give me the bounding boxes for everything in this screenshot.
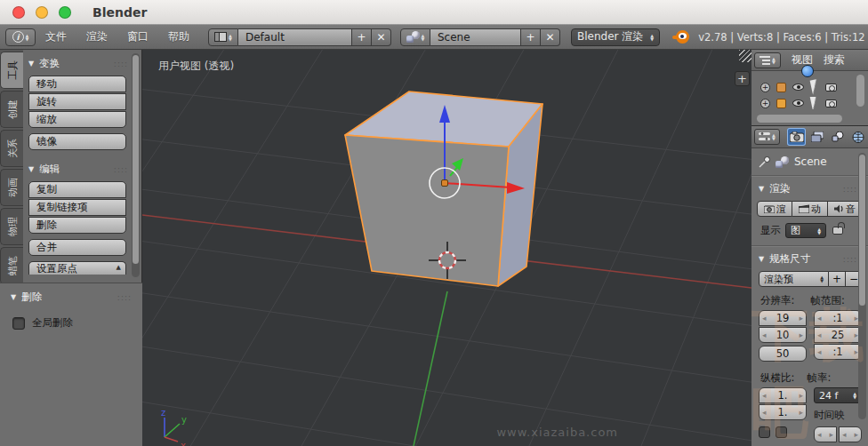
tab-relations[interactable]: 关系 (0, 130, 23, 167)
outliner-row[interactable]: + (751, 77, 868, 97)
crop-checkbox[interactable] (776, 426, 787, 438)
outliner-row[interactable]: + (751, 97, 868, 109)
resolution-x-field[interactable]: 19 (759, 310, 807, 326)
expand-properties-region-button[interactable]: + (735, 71, 750, 86)
add-preset-button[interactable]: + (829, 271, 846, 287)
properties-scrollbar[interactable] (858, 153, 866, 419)
viewport-scene: z y x (142, 50, 751, 446)
expand-icon[interactable]: + (760, 99, 770, 108)
renderable-camera-icon[interactable] (825, 84, 837, 92)
area-resize-corner[interactable] (739, 50, 751, 62)
visibility-eye-icon[interactable] (792, 100, 804, 107)
tool-shelf-scrollbar[interactable] (132, 53, 140, 277)
tab-scene-properties[interactable] (829, 128, 848, 146)
set-origin-button[interactable]: 设置原点 (28, 261, 126, 275)
dimensions-panel-header[interactable]: 规格尺寸 (759, 252, 863, 266)
time-remap-old-field[interactable] (814, 426, 837, 442)
delete-operator-header[interactable]: 删除 (11, 291, 139, 304)
menu-render[interactable]: 渲染 (86, 29, 108, 44)
menu-help[interactable]: 帮助 (168, 29, 189, 44)
viewport-3d[interactable]: z y x 用户视图 (透视) + www.xiazaiba.com (142, 50, 751, 446)
tab-create[interactable]: 创建 (0, 91, 23, 128)
frame-rate-dropdown[interactable]: 24 f (814, 387, 862, 403)
tab-world-properties[interactable] (849, 128, 868, 146)
resolution-y-field[interactable]: 10 (759, 327, 807, 343)
duplicate-linked-button[interactable]: 复制链接项 (28, 199, 126, 216)
tool-shelf-tabs: 工具 创建 关系 动画 物理 蜡笔 (0, 50, 23, 283)
aspect-x-field[interactable]: 1. (759, 387, 807, 403)
panel-grip-icon[interactable] (114, 165, 128, 174)
speaker-icon (834, 204, 844, 213)
delete-globally-checkbox[interactable] (12, 317, 25, 330)
operator-redo-panel: 删除 全局删除 (0, 283, 142, 446)
frame-range-label: 帧范围: (810, 294, 844, 307)
lock-interface-icon[interactable] (832, 227, 843, 235)
time-remap-new-field[interactable] (839, 426, 862, 442)
updown-arrows-icon (26, 34, 29, 41)
duplicate-button[interactable]: 复制 (28, 181, 126, 198)
tab-render-properties[interactable] (787, 128, 806, 146)
frame-step-field[interactable]: :1 (814, 344, 862, 360)
tab-animation[interactable]: 动画 (0, 169, 23, 206)
frame-end-field[interactable]: 25 (814, 327, 862, 343)
remove-layout-button[interactable]: ✕ (372, 28, 391, 46)
translate-button[interactable]: 移动 (28, 76, 126, 92)
border-checkbox[interactable] (759, 426, 770, 438)
screen-layout-name-field[interactable]: Default (238, 28, 352, 46)
properties-editor-type-selector[interactable] (754, 129, 780, 145)
outliner-horizontal-scrollbar[interactable] (757, 115, 842, 123)
outliner-vertical-scrollbar[interactable] (856, 75, 864, 107)
scale-button[interactable]: 缩放 (28, 111, 126, 128)
render-presets-dropdown[interactable]: 渲染预 (759, 271, 829, 287)
editor-type-selector[interactable]: i (5, 28, 36, 46)
transform-panel-header[interactable]: 变换 (28, 57, 128, 70)
panel-grip-icon[interactable] (117, 293, 132, 302)
aspect-ratio-label: 纵横比: (760, 371, 794, 385)
outliner-menu-search[interactable]: 搜索 (824, 52, 845, 68)
y-axis-line (414, 291, 447, 446)
selectable-cursor-icon[interactable] (810, 79, 820, 95)
frame-start-field[interactable]: :1 (814, 310, 862, 326)
expand-icon[interactable]: + (760, 83, 770, 92)
add-scene-button[interactable]: + (521, 28, 541, 46)
minimize-window-button[interactable] (36, 6, 48, 19)
outliner-editor-type-selector[interactable] (754, 52, 781, 68)
delete-button[interactable]: 删除 (28, 217, 126, 234)
renderable-camera-icon[interactable] (825, 100, 837, 108)
display-mode-dropdown[interactable]: 图 (785, 223, 826, 238)
scene-selector[interactable]: Scene + ✕ (400, 28, 560, 46)
panel-grip-icon[interactable] (843, 255, 857, 264)
render-engine-dropdown[interactable]: Blender 渲染 (571, 28, 660, 46)
render-still-button[interactable]: 渲 (757, 201, 792, 217)
menu-window[interactable]: 窗口 (127, 29, 149, 44)
updown-arrows-icon (853, 392, 856, 399)
menu-file[interactable]: 文件 (45, 29, 67, 44)
tab-grease-pencil[interactable]: 蜡笔 (0, 247, 23, 284)
edit-panel-header[interactable]: 编辑 (28, 163, 128, 176)
tab-tools[interactable]: 工具 (0, 52, 23, 89)
add-layout-button[interactable]: + (352, 28, 372, 46)
rotate-button[interactable]: 旋转 (28, 93, 126, 110)
mirror-button[interactable]: 镜像 (28, 133, 126, 150)
selectable-cursor-icon[interactable] (810, 97, 820, 109)
aspect-y-field[interactable]: 1. (759, 404, 807, 420)
close-window-button[interactable] (12, 6, 25, 19)
outliner-menu-view[interactable]: 视图 (792, 52, 813, 68)
tab-physics[interactable]: 物理 (0, 208, 23, 245)
resolution-percent-field[interactable]: 50 (759, 346, 807, 362)
visibility-eye-icon[interactable] (792, 84, 804, 91)
maximize-window-button[interactable] (59, 6, 71, 19)
join-button[interactable]: 合并 (28, 239, 126, 256)
panel-grip-icon[interactable] (843, 185, 857, 194)
scene-statistics: v2.78 | Verts:8 | Faces:6 | Tris:12 | Ob… (698, 31, 868, 44)
properties-icon (759, 132, 770, 141)
render-panel-header[interactable]: 渲染 (759, 182, 863, 195)
remove-scene-button[interactable]: ✕ (541, 28, 560, 46)
panel-grip-icon[interactable] (114, 60, 128, 68)
scene-name-field[interactable]: Scene (430, 28, 521, 46)
screen-layout-selector[interactable]: Default + ✕ (208, 28, 391, 46)
view-name-label: 用户视图 (透视) (158, 59, 234, 74)
render-animation-button[interactable]: 动 (792, 201, 827, 217)
tab-render-layers[interactable] (808, 128, 826, 146)
object-icon (776, 99, 786, 108)
